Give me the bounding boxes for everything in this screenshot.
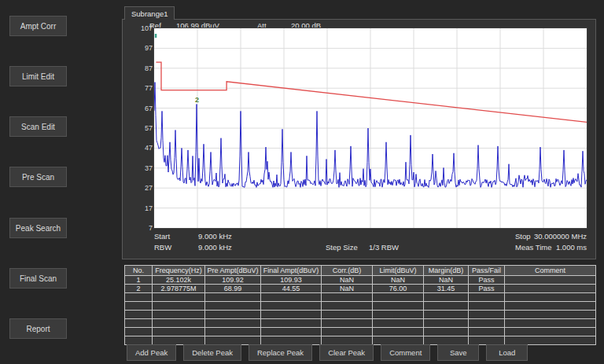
spectrum-svg: 2: [154, 28, 587, 228]
rbw-value: 9.000 kHz: [198, 243, 232, 252]
y-tick-label: 57: [126, 124, 153, 132]
peak-cell-empty: [322, 302, 373, 311]
peak-cell: NaN: [424, 276, 469, 285]
step-size-label: Step Size: [326, 243, 358, 252]
peak-cell-empty: [505, 328, 596, 336]
peak-cell-empty: [153, 311, 205, 319]
peak-table-header: No.Frequency(Hz)Pre Ampt(dBuV)Final Ampt…: [125, 266, 596, 276]
peak-cell: [505, 285, 596, 293]
sidebar-button-report[interactable]: Report: [9, 318, 67, 339]
peak-cell-empty: [153, 302, 205, 311]
comment-button[interactable]: Comment: [381, 344, 430, 361]
y-tick-label: 7: [126, 224, 153, 232]
peak-cell-empty: [373, 336, 424, 345]
peak-cell-empty: [125, 319, 153, 328]
start-label: Start: [154, 232, 170, 241]
column-header-limit-dbuv-: Limit(dBuV): [373, 266, 424, 276]
peak-cell-empty: [373, 319, 424, 328]
limit-line: [156, 62, 587, 122]
peak-cell-empty: [125, 302, 153, 311]
y-tick-label: 77: [126, 84, 153, 92]
replace-peak-button[interactable]: Replace Peak: [249, 344, 312, 361]
peak-row-empty[interactable]: [125, 302, 596, 311]
spectrum-plot: 2: [154, 28, 587, 228]
peak-cell: 31.45: [424, 285, 469, 293]
peak-cell: NaN: [322, 285, 373, 293]
peak-cell-empty: [322, 328, 373, 336]
peak-cell-empty: [261, 311, 322, 319]
peak-cell-empty: [153, 336, 205, 345]
peak-cell-empty: [424, 311, 469, 319]
peak-cell: 1: [125, 276, 153, 285]
peak-cell: Pass: [469, 285, 505, 293]
clear-peak-button[interactable]: Clear Peak: [319, 344, 374, 361]
peak-row-empty[interactable]: [125, 328, 596, 336]
peak-cell: 2.978775M: [153, 285, 205, 293]
peak-cell: 25.102k: [153, 276, 205, 285]
peak-cell: NaN: [373, 276, 424, 285]
peak-cell-empty: [322, 311, 373, 319]
peak-cell-empty: [322, 293, 373, 302]
peak-row-empty[interactable]: [125, 311, 596, 319]
peak-row-1[interactable]: 125.102k109.92109.93NaNNaNNaNPass: [125, 276, 596, 285]
peak-cell: Pass: [469, 276, 505, 285]
peak-cell-empty: [205, 336, 261, 345]
peak-row-2[interactable]: 22.978775M68.9944.55NaN76.0031.45Pass: [125, 285, 596, 293]
marker-1-clipped-tick: [155, 34, 157, 38]
y-tick-label: 87: [126, 64, 153, 72]
peak-cell-empty: [373, 311, 424, 319]
peak-cell-empty: [373, 293, 424, 302]
peak-cell-empty: [424, 319, 469, 328]
stop-value: 30.000000 MHz: [532, 232, 587, 241]
column-header-frequency-hz-: Frequency(Hz): [153, 266, 205, 276]
peak-cell: NaN: [322, 276, 373, 285]
peak-cell-empty: [153, 328, 205, 336]
peak-cell-empty: [125, 336, 153, 345]
peak-cell-empty: [469, 311, 505, 319]
peak-row-empty[interactable]: [125, 319, 596, 328]
step-size-value: 1/3 RBW: [369, 243, 399, 252]
column-header-comment: Comment: [505, 266, 596, 276]
rbw-label: RBW: [154, 243, 171, 252]
peak-row-empty[interactable]: [125, 336, 596, 345]
peak-cell-empty: [424, 328, 469, 336]
peak-cell-empty: [261, 319, 322, 328]
sidebar-button-pre-scan[interactable]: Pre Scan: [9, 167, 67, 187]
column-header-no-: No.: [125, 266, 153, 276]
peak-table: No.Frequency(Hz)Pre Ampt(dBuV)Final Ampt…: [124, 265, 596, 345]
save-button[interactable]: Save: [437, 344, 479, 361]
peak-cell-empty: [373, 302, 424, 311]
peak-cell: 44.55: [261, 285, 322, 293]
peak-cell-empty: [261, 328, 322, 336]
peak-cell-empty: [424, 336, 469, 345]
peak-cell: 109.93: [261, 276, 322, 285]
column-header-pre-ampt-dbuv-: Pre Ampt(dBuV): [205, 266, 261, 276]
peak-cell-empty: [205, 328, 261, 336]
y-tick-label: 67: [126, 105, 153, 112]
delete-peak-button[interactable]: Delete Peak: [183, 344, 241, 361]
sidebar-button-scan-edit[interactable]: Scan Edit: [9, 116, 67, 137]
peak-cell-empty: [469, 328, 505, 336]
marker-2-label: 2: [195, 96, 199, 104]
peak-row-empty[interactable]: [125, 293, 596, 302]
peak-cell-empty: [125, 311, 153, 319]
tab-subrange1[interactable]: Subrange1: [124, 6, 175, 20]
peak-cell-empty: [469, 302, 505, 311]
column-header-margin-db-: Margin(dB): [424, 266, 469, 276]
y-tick-label: 107: [126, 24, 153, 32]
load-button[interactable]: Load: [486, 344, 528, 361]
peak-cell-empty: [205, 311, 261, 319]
sidebar-button-limit-edit[interactable]: Limit Edit: [9, 66, 67, 86]
add-peak-button[interactable]: Add Peak: [127, 344, 176, 361]
peak-cell-empty: [153, 319, 205, 328]
y-tick-label: 27: [126, 184, 153, 192]
sidebar-button-ampt-corr[interactable]: Ampt Corr: [9, 16, 67, 36]
peak-cell-empty: [505, 336, 596, 345]
peak-cell-empty: [505, 302, 596, 311]
sidebar-button-peak-search[interactable]: Peak Search: [9, 218, 67, 238]
start-value: 9.000 kHz: [198, 232, 232, 241]
peak-cell: 109.92: [205, 276, 261, 285]
sidebar-button-final-scan[interactable]: Final Scan: [9, 268, 67, 289]
peak-cell-empty: [469, 319, 505, 328]
peak-cell-empty: [469, 336, 505, 345]
